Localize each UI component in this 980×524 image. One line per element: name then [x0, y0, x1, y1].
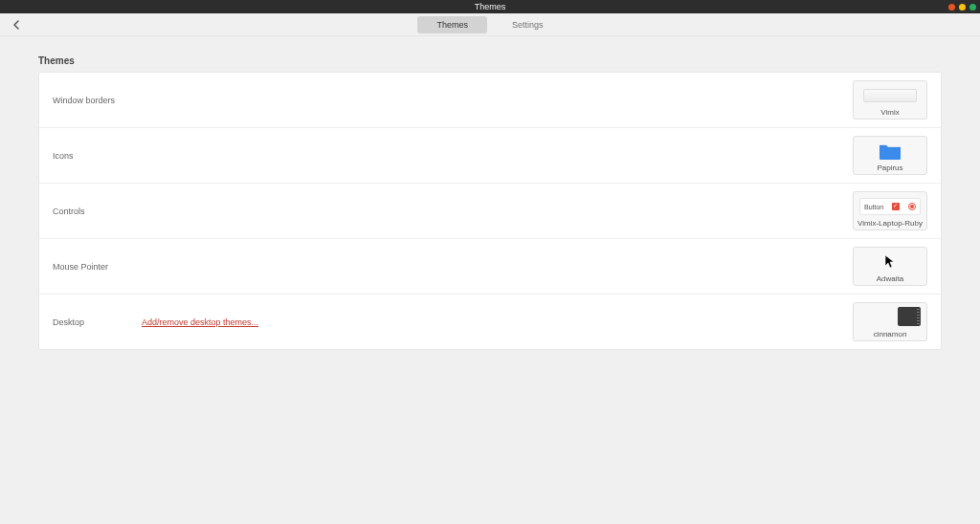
settings-rows: Window borders Vimix Icons Papir [38, 72, 942, 350]
mouse-pointer-selector[interactable]: Adwaita [853, 247, 927, 286]
content: Themes Window borders Vimix Icons [0, 36, 980, 369]
row-mouse-pointer: Mouse Pointer Adwaita [39, 239, 941, 295]
window-controls [948, 0, 976, 13]
row-desktop-label: Desktop [53, 317, 84, 327]
row-window-borders-label: Window borders [53, 96, 115, 105]
checkbox-icon [892, 203, 900, 210]
row-icons-label: Icons [53, 151, 74, 161]
back-arrow-icon [11, 19, 23, 31]
controls-preview: Button [859, 196, 921, 217]
mouse-pointer-value: Adwaita [877, 274, 903, 283]
cursor-icon [884, 254, 896, 270]
tab-settings[interactable]: Settings [493, 16, 563, 33]
window-border-preview-icon [863, 89, 917, 102]
icons-preview [859, 141, 921, 162]
desktop-preview-icon [898, 307, 921, 326]
row-icons: Icons Papirus [39, 128, 941, 184]
row-controls-label: Controls [53, 207, 85, 216]
row-controls: Controls Button Vimix-Laptop-Ruby [39, 184, 941, 239]
window-close-button[interactable] [948, 4, 955, 11]
window-titlebar: Themes [0, 0, 980, 13]
mouse-pointer-preview [859, 251, 921, 273]
desktop-value: cinnamon [874, 330, 907, 338]
back-button[interactable] [10, 17, 25, 33]
window-borders-preview [859, 85, 921, 106]
tabs: Themes Settings [417, 16, 562, 33]
row-window-borders: Window borders Vimix [39, 73, 941, 128]
window-borders-value: Vimix [880, 108, 899, 117]
tab-themes[interactable]: Themes [417, 16, 487, 33]
section-title: Themes [38, 55, 942, 66]
row-mouse-pointer-label: Mouse Pointer [53, 262, 108, 272]
folder-icon [879, 142, 902, 161]
window-maximize-button[interactable] [969, 4, 976, 11]
icons-selector[interactable]: Papirus [853, 136, 927, 175]
window-title: Themes [475, 2, 506, 11]
desktop-preview [859, 307, 921, 328]
add-remove-desktop-themes-link[interactable]: Add/remove desktop themes... [142, 317, 258, 327]
controls-value: Vimix-Laptop-Ruby [858, 219, 923, 228]
row-desktop: Desktop Add/remove desktop themes... cin… [39, 295, 941, 349]
controls-preview-button-label: Button [864, 204, 883, 210]
desktop-selector[interactable]: cinnamon [853, 302, 927, 341]
controls-selector[interactable]: Button Vimix-Laptop-Ruby [853, 191, 927, 230]
icons-value: Papirus [877, 164, 902, 172]
radio-icon [908, 203, 916, 210]
toolbar: Themes Settings [0, 13, 980, 36]
window-borders-selector[interactable]: Vimix [853, 80, 927, 120]
window-minimize-button[interactable] [959, 4, 966, 11]
